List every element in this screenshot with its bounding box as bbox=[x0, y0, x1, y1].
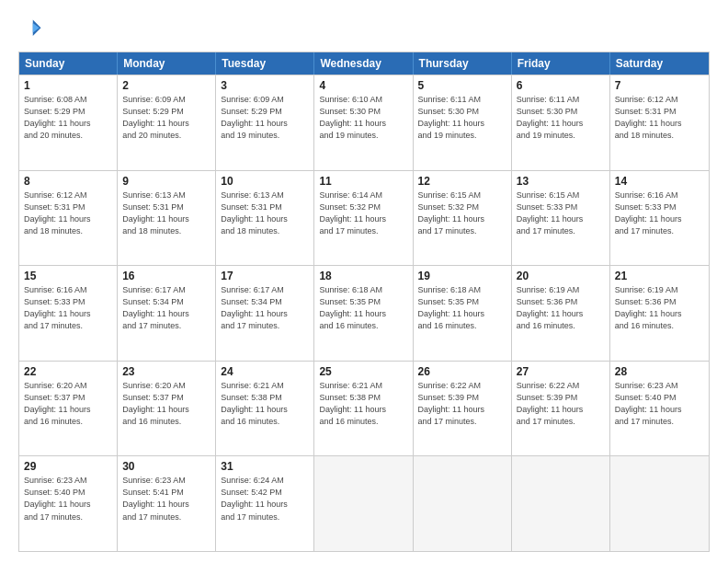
cell-info-text: Sunrise: 6:24 AM Sunset: 5:42 PM Dayligh… bbox=[221, 475, 309, 523]
cell-info-text: Sunrise: 6:17 AM Sunset: 5:34 PM Dayligh… bbox=[221, 284, 309, 332]
cell-day-number: 14 bbox=[615, 175, 704, 188]
cell-info-text: Sunrise: 6:20 AM Sunset: 5:37 PM Dayligh… bbox=[122, 380, 210, 428]
calendar-body: 1Sunrise: 6:08 AM Sunset: 5:29 PM Daylig… bbox=[19, 75, 709, 551]
calendar-cell: 26Sunrise: 6:22 AM Sunset: 5:39 PM Dayli… bbox=[414, 362, 512, 456]
calendar-week-2: 8Sunrise: 6:12 AM Sunset: 5:31 PM Daylig… bbox=[19, 170, 709, 266]
cell-day-number: 27 bbox=[517, 365, 605, 378]
header bbox=[18, 17, 710, 42]
calendar-cell: 18Sunrise: 6:18 AM Sunset: 5:35 PM Dayli… bbox=[314, 266, 413, 361]
logo bbox=[18, 17, 48, 42]
page: SundayMondayTuesdayWednesdayThursdayFrid… bbox=[0, 0, 728, 563]
header-cell-tuesday: Tuesday bbox=[216, 52, 314, 75]
calendar-cell bbox=[414, 456, 512, 551]
cell-day-number: 23 bbox=[122, 365, 210, 378]
cell-info-text: Sunrise: 6:21 AM Sunset: 5:38 PM Dayligh… bbox=[319, 380, 407, 428]
header-cell-sunday: Sunday bbox=[19, 52, 118, 75]
cell-info-text: Sunrise: 6:12 AM Sunset: 5:31 PM Dayligh… bbox=[24, 190, 112, 237]
header-cell-friday: Friday bbox=[512, 52, 610, 75]
cell-day-number: 3 bbox=[221, 79, 309, 92]
cell-info-text: Sunrise: 6:13 AM Sunset: 5:31 PM Dayligh… bbox=[122, 190, 210, 237]
cell-day-number: 30 bbox=[122, 460, 210, 473]
calendar-cell: 16Sunrise: 6:17 AM Sunset: 5:34 PM Dayli… bbox=[118, 266, 216, 361]
cell-day-number: 12 bbox=[418, 175, 506, 188]
cell-day-number: 28 bbox=[615, 365, 704, 378]
calendar-cell: 19Sunrise: 6:18 AM Sunset: 5:35 PM Dayli… bbox=[414, 266, 512, 361]
cell-day-number: 16 bbox=[122, 270, 210, 282]
header-cell-saturday: Saturday bbox=[610, 52, 709, 75]
cell-info-text: Sunrise: 6:11 AM Sunset: 5:30 PM Dayligh… bbox=[517, 94, 605, 142]
cell-info-text: Sunrise: 6:17 AM Sunset: 5:34 PM Dayligh… bbox=[122, 284, 210, 332]
calendar-cell: 6Sunrise: 6:11 AM Sunset: 5:30 PM Daylig… bbox=[512, 75, 610, 170]
calendar-cell: 13Sunrise: 6:15 AM Sunset: 5:33 PM Dayli… bbox=[512, 171, 610, 266]
cell-day-number: 20 bbox=[517, 270, 605, 282]
header-cell-monday: Monday bbox=[118, 52, 216, 75]
cell-day-number: 26 bbox=[418, 365, 506, 378]
calendar-cell: 3Sunrise: 6:09 AM Sunset: 5:29 PM Daylig… bbox=[216, 75, 314, 170]
header-cell-wednesday: Wednesday bbox=[314, 52, 413, 75]
calendar-cell bbox=[314, 456, 413, 551]
cell-day-number: 24 bbox=[221, 365, 309, 378]
cell-info-text: Sunrise: 6:08 AM Sunset: 5:29 PM Dayligh… bbox=[24, 94, 112, 142]
cell-info-text: Sunrise: 6:23 AM Sunset: 5:40 PM Dayligh… bbox=[615, 380, 704, 428]
calendar-cell: 22Sunrise: 6:20 AM Sunset: 5:37 PM Dayli… bbox=[19, 362, 118, 456]
calendar-cell: 29Sunrise: 6:23 AM Sunset: 5:40 PM Dayli… bbox=[19, 456, 118, 551]
calendar-cell: 10Sunrise: 6:13 AM Sunset: 5:31 PM Dayli… bbox=[216, 171, 314, 266]
cell-info-text: Sunrise: 6:23 AM Sunset: 5:40 PM Dayligh… bbox=[24, 475, 112, 523]
calendar-cell: 1Sunrise: 6:08 AM Sunset: 5:29 PM Daylig… bbox=[19, 75, 118, 170]
cell-day-number: 2 bbox=[122, 79, 210, 92]
calendar-cell: 17Sunrise: 6:17 AM Sunset: 5:34 PM Dayli… bbox=[216, 266, 314, 361]
cell-day-number: 5 bbox=[418, 79, 506, 92]
calendar-cell: 11Sunrise: 6:14 AM Sunset: 5:32 PM Dayli… bbox=[314, 171, 413, 266]
cell-info-text: Sunrise: 6:15 AM Sunset: 5:33 PM Dayligh… bbox=[517, 190, 605, 237]
calendar-cell: 25Sunrise: 6:21 AM Sunset: 5:38 PM Dayli… bbox=[314, 362, 413, 456]
calendar-cell: 2Sunrise: 6:09 AM Sunset: 5:29 PM Daylig… bbox=[118, 75, 216, 170]
calendar-cell: 21Sunrise: 6:19 AM Sunset: 5:36 PM Dayli… bbox=[610, 266, 709, 361]
calendar-week-5: 29Sunrise: 6:23 AM Sunset: 5:40 PM Dayli… bbox=[19, 455, 709, 551]
cell-day-number: 9 bbox=[122, 175, 210, 188]
cell-day-number: 11 bbox=[319, 175, 407, 188]
cell-info-text: Sunrise: 6:09 AM Sunset: 5:29 PM Dayligh… bbox=[122, 94, 210, 142]
cell-day-number: 25 bbox=[319, 365, 407, 378]
cell-info-text: Sunrise: 6:10 AM Sunset: 5:30 PM Dayligh… bbox=[319, 94, 407, 142]
cell-day-number: 19 bbox=[418, 270, 506, 282]
cell-info-text: Sunrise: 6:23 AM Sunset: 5:41 PM Dayligh… bbox=[122, 475, 210, 523]
cell-info-text: Sunrise: 6:19 AM Sunset: 5:36 PM Dayligh… bbox=[517, 284, 605, 332]
cell-info-text: Sunrise: 6:18 AM Sunset: 5:35 PM Dayligh… bbox=[319, 284, 407, 332]
cell-info-text: Sunrise: 6:20 AM Sunset: 5:37 PM Dayligh… bbox=[24, 380, 112, 428]
cell-info-text: Sunrise: 6:16 AM Sunset: 5:33 PM Dayligh… bbox=[615, 190, 704, 237]
cell-info-text: Sunrise: 6:13 AM Sunset: 5:31 PM Dayligh… bbox=[221, 190, 309, 237]
calendar-week-3: 15Sunrise: 6:16 AM Sunset: 5:33 PM Dayli… bbox=[19, 265, 709, 361]
cell-day-number: 15 bbox=[24, 270, 112, 282]
cell-day-number: 31 bbox=[221, 460, 309, 473]
cell-info-text: Sunrise: 6:15 AM Sunset: 5:32 PM Dayligh… bbox=[418, 190, 506, 237]
calendar-cell: 20Sunrise: 6:19 AM Sunset: 5:36 PM Dayli… bbox=[512, 266, 610, 361]
cell-day-number: 7 bbox=[615, 79, 704, 92]
cell-day-number: 8 bbox=[24, 175, 112, 188]
calendar-cell: 31Sunrise: 6:24 AM Sunset: 5:42 PM Dayli… bbox=[216, 456, 314, 551]
cell-info-text: Sunrise: 6:18 AM Sunset: 5:35 PM Dayligh… bbox=[418, 284, 506, 332]
calendar-week-1: 1Sunrise: 6:08 AM Sunset: 5:29 PM Daylig… bbox=[19, 75, 709, 170]
cell-info-text: Sunrise: 6:22 AM Sunset: 5:39 PM Dayligh… bbox=[418, 380, 506, 428]
calendar-cell: 4Sunrise: 6:10 AM Sunset: 5:30 PM Daylig… bbox=[314, 75, 413, 170]
calendar-cell: 7Sunrise: 6:12 AM Sunset: 5:31 PM Daylig… bbox=[610, 75, 709, 170]
cell-day-number: 4 bbox=[319, 79, 407, 92]
cell-day-number: 21 bbox=[615, 270, 704, 282]
cell-info-text: Sunrise: 6:16 AM Sunset: 5:33 PM Dayligh… bbox=[24, 284, 112, 332]
cell-info-text: Sunrise: 6:19 AM Sunset: 5:36 PM Dayligh… bbox=[615, 284, 704, 332]
cell-day-number: 1 bbox=[24, 79, 112, 92]
cell-day-number: 13 bbox=[517, 175, 605, 188]
cell-day-number: 29 bbox=[24, 460, 112, 473]
calendar-cell: 23Sunrise: 6:20 AM Sunset: 5:37 PM Dayli… bbox=[118, 362, 216, 456]
cell-info-text: Sunrise: 6:09 AM Sunset: 5:29 PM Dayligh… bbox=[221, 94, 309, 142]
cell-day-number: 17 bbox=[221, 270, 309, 282]
calendar-cell bbox=[610, 456, 709, 551]
cell-info-text: Sunrise: 6:11 AM Sunset: 5:30 PM Dayligh… bbox=[418, 94, 506, 142]
header-cell-thursday: Thursday bbox=[414, 52, 512, 75]
cell-info-text: Sunrise: 6:21 AM Sunset: 5:38 PM Dayligh… bbox=[221, 380, 309, 428]
cell-day-number: 6 bbox=[517, 79, 605, 92]
calendar: SundayMondayTuesdayWednesdayThursdayFrid… bbox=[18, 52, 710, 552]
cell-info-text: Sunrise: 6:12 AM Sunset: 5:31 PM Dayligh… bbox=[615, 94, 704, 142]
calendar-cell: 15Sunrise: 6:16 AM Sunset: 5:33 PM Dayli… bbox=[19, 266, 118, 361]
calendar-cell bbox=[512, 456, 610, 551]
cell-day-number: 18 bbox=[319, 270, 407, 282]
